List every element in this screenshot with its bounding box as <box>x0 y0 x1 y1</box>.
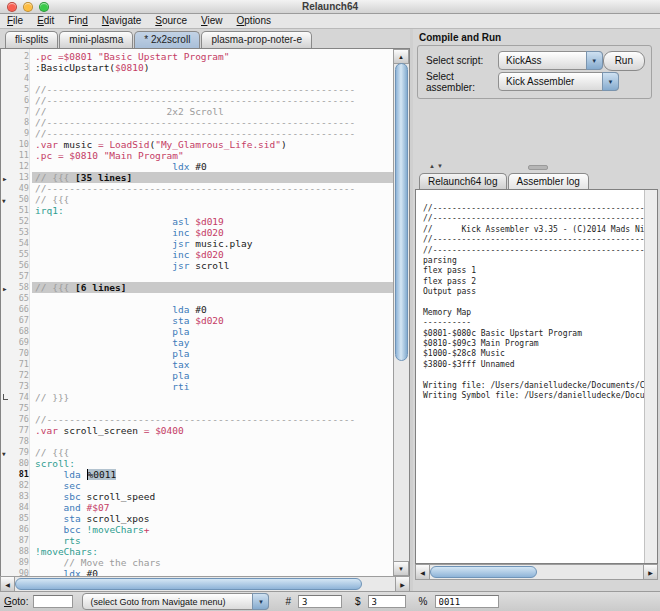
code-line[interactable]: 57 <box>1 271 394 282</box>
code-line[interactable]: 10.var music = LoadSid("My_Glamrous_Life… <box>1 139 394 150</box>
assembler-dropdown[interactable]: Kick Assembler ▼ <box>498 72 619 91</box>
scroll-left-icon[interactable]: ◀ <box>1 577 15 591</box>
menu-find[interactable]: Find <box>61 14 94 28</box>
code-line[interactable]: 3:BasicUpstart($0810) <box>1 62 394 73</box>
fold-toggle-icon[interactable] <box>1 282 10 293</box>
editor-vscroll-thumb[interactable] <box>395 63 408 361</box>
line-number: 57 <box>10 271 32 282</box>
code-line[interactable]: 55 inc $d020 <box>1 249 394 260</box>
code-line[interactable]: 13// {{{ [35 lines] <box>1 172 394 183</box>
code-line[interactable]: 4 <box>1 73 394 84</box>
scroll-right-icon[interactable]: ▶ <box>643 565 657 579</box>
menu-file[interactable]: File <box>0 14 30 28</box>
splitter-grip[interactable] <box>528 165 548 170</box>
code-line[interactable]: 7// 2x2 Scroll <box>1 106 394 117</box>
code-line[interactable]: 80scroll: <box>1 458 394 469</box>
code-line[interactable]: 87 rts <box>1 535 394 546</box>
code-line[interactable]: 78 <box>1 436 394 447</box>
log-hscrollbar[interactable]: ◀ ▶ <box>415 564 658 580</box>
code-line[interactable]: 5//-------------------------------------… <box>1 84 394 95</box>
code-line[interactable]: 56 jsr scroll <box>1 260 394 271</box>
code-line[interactable]: 82 sec <box>1 480 394 491</box>
fold-toggle-icon[interactable] <box>1 172 10 183</box>
code-line[interactable]: 2.pc =$0801 "Basic Upstart Program" <box>1 51 394 62</box>
menu-view[interactable]: View <box>194 14 230 28</box>
code-line[interactable]: 66 lda #0 <box>1 304 394 315</box>
code-line[interactable]: 76//------------------------------------… <box>1 414 394 425</box>
log-vscrollbar[interactable] <box>644 190 657 563</box>
scroll-left-icon[interactable]: ◀ <box>416 565 430 579</box>
code-text: inc $d020 <box>32 227 394 238</box>
code-line[interactable]: 12 ldx #0 <box>1 161 394 172</box>
code-line[interactable]: 52 asl $d019 <box>1 216 394 227</box>
menu-edit[interactable]: Edit <box>30 14 61 28</box>
code-line[interactable]: 86 bcc !moveChars+ <box>1 524 394 535</box>
code-line[interactable]: 77.var scroll_screen = $0400 <box>1 425 394 436</box>
code-line[interactable]: 85 sta scroll_xpos <box>1 513 394 524</box>
code-line[interactable]: 73 rti <box>1 381 394 392</box>
code-line[interactable]: 9//-------------------------------------… <box>1 128 394 139</box>
code-line[interactable]: 89 // Move the chars <box>1 557 394 568</box>
code-line[interactable]: 53 inc $d020 <box>1 227 394 238</box>
tab-assembler-log[interactable]: Assembler log <box>508 173 589 189</box>
code-line[interactable]: 84 and #$07 <box>1 502 394 513</box>
code-line[interactable]: 81 lda %0011 <box>1 469 394 480</box>
tab-mini-plasma[interactable]: mini-plasma <box>59 31 133 48</box>
editor-hscroll-thumb[interactable] <box>15 578 362 590</box>
menu-navigate[interactable]: Navigate <box>95 14 148 28</box>
code-line[interactable]: 67 sta $d020 <box>1 315 394 326</box>
menu-source[interactable]: Source <box>148 14 194 28</box>
code-line[interactable]: 58// {{{ [6 lines] <box>1 282 394 293</box>
tab-2x2scroll[interactable]: * 2x2scroll <box>134 31 200 48</box>
code-line[interactable]: 79// {{{ <box>1 447 394 458</box>
goto-input[interactable] <box>33 595 73 608</box>
tab-relaunch64-log[interactable]: Relaunch64 log <box>419 173 507 189</box>
code-line[interactable]: 51irq1: <box>1 205 394 216</box>
code-line[interactable]: 69 tay <box>1 337 394 348</box>
code-line[interactable]: 54 jsr music.play <box>1 238 394 249</box>
code-line[interactable]: 72 pla <box>1 370 394 381</box>
line-number: 74 <box>10 392 32 403</box>
close-button[interactable] <box>7 2 17 12</box>
log-hscroll-thumb[interactable] <box>430 566 537 578</box>
code-line[interactable]: 65 <box>1 293 394 304</box>
code-line[interactable]: 50// {{{ <box>1 194 394 205</box>
minimize-button[interactable] <box>23 2 33 12</box>
code-line[interactable]: 90 ldx #0 <box>1 568 394 576</box>
decimal-input[interactable] <box>298 595 342 608</box>
scroll-right-icon[interactable]: ▶ <box>395 577 409 591</box>
window-titlebar[interactable]: Relaunch64 <box>0 0 660 14</box>
log-line: flex pass 2 <box>423 277 645 287</box>
tab-fli-splits[interactable]: fli-splits <box>5 31 58 48</box>
goto-nav-dropdown[interactable]: (select Goto from Navigate menu) ▼ <box>82 593 269 610</box>
script-dropdown[interactable]: KickAss ▼ <box>498 51 603 70</box>
log-splitter[interactable]: ▲▼ <box>413 161 660 171</box>
code-line[interactable]: 70 pla <box>1 348 394 359</box>
code-line[interactable]: 6//-------------------------------------… <box>1 95 394 106</box>
zoom-button[interactable] <box>39 2 49 12</box>
code-line[interactable]: 88!moveChars: <box>1 546 394 557</box>
fold-toggle-icon[interactable] <box>1 194 10 205</box>
run-button[interactable]: Run <box>603 51 645 71</box>
code-line[interactable]: 71 tax <box>1 359 394 370</box>
menu-options[interactable]: Options <box>230 14 278 28</box>
binary-input[interactable] <box>435 595 499 608</box>
editor-hscrollbar[interactable]: ◀ ▶ <box>0 576 410 592</box>
scroll-down-icon[interactable]: ▼ <box>394 561 409 576</box>
splitter-collapse-icons[interactable]: ▲▼ <box>429 163 445 169</box>
code-line[interactable]: 68 pla <box>1 326 394 337</box>
code-line[interactable]: 49//------------------------------------… <box>1 183 394 194</box>
scroll-up-icon[interactable]: ▲ <box>394 49 409 64</box>
code-area[interactable]: 2.pc =$0801 "Basic Upstart Program"3:Bas… <box>1 49 394 576</box>
fold-toggle-icon[interactable] <box>1 447 10 458</box>
goto-label: Goto: <box>4 596 28 607</box>
hex-input[interactable] <box>368 595 406 608</box>
tab-plasma-prop-noter-e[interactable]: plasma-prop-noter-e <box>201 31 312 48</box>
code-line[interactable]: 75 <box>1 403 394 414</box>
code-line[interactable]: 8//-------------------------------------… <box>1 117 394 128</box>
code-line[interactable]: 74// }}} <box>1 392 394 403</box>
code-line[interactable]: 11.pc = $0810 "Main Program" <box>1 150 394 161</box>
editor-vscrollbar[interactable]: ▲ ▼ <box>393 49 409 576</box>
code-line[interactable]: 83 sbc scroll_speed <box>1 491 394 502</box>
line-number: 88 <box>10 546 32 557</box>
